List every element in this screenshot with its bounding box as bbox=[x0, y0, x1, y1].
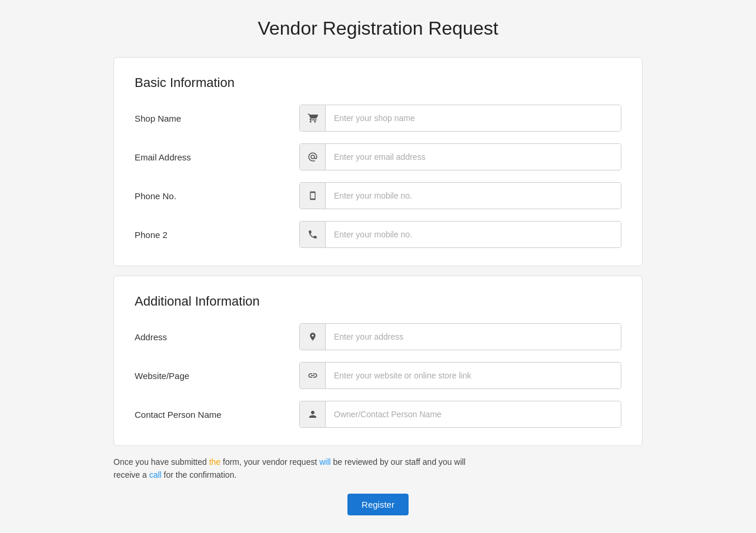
footer-note: Once you have submitted the form, your v… bbox=[113, 455, 643, 482]
page-title: Vendor Registration Request bbox=[12, 18, 744, 39]
phone-input[interactable] bbox=[326, 183, 621, 209]
phone2-row: Phone 2 bbox=[135, 221, 621, 248]
register-button[interactable]: Register bbox=[347, 494, 409, 515]
phone-icon bbox=[300, 222, 326, 247]
phone-row: Phone No. bbox=[135, 182, 621, 209]
shop-name-row: Shop Name bbox=[135, 105, 621, 132]
highlight-call: call bbox=[149, 470, 162, 480]
phone2-wrapper bbox=[299, 221, 621, 248]
additional-info-title: Additional Information bbox=[135, 294, 621, 309]
highlight-will: will bbox=[319, 457, 330, 467]
mobile-icon bbox=[300, 183, 326, 209]
basic-info-title: Basic Information bbox=[135, 75, 621, 90]
phone-label: Phone No. bbox=[135, 191, 299, 201]
person-icon bbox=[300, 401, 326, 427]
form-container: Basic Information Shop Name Email Addres… bbox=[113, 57, 643, 515]
basic-info-section: Basic Information Shop Name Email Addres… bbox=[113, 57, 643, 266]
at-icon bbox=[300, 144, 326, 170]
phone-wrapper bbox=[299, 182, 621, 209]
contact-person-label: Contact Person Name bbox=[135, 410, 299, 420]
shop-name-wrapper bbox=[299, 105, 621, 132]
phone2-input[interactable] bbox=[326, 222, 621, 247]
contact-person-row: Contact Person Name bbox=[135, 401, 621, 428]
website-label: Website/Page bbox=[135, 371, 299, 381]
phone2-label: Phone 2 bbox=[135, 230, 299, 240]
address-wrapper bbox=[299, 323, 621, 350]
email-wrapper bbox=[299, 143, 621, 170]
address-row: Address bbox=[135, 323, 621, 350]
contact-person-input[interactable] bbox=[326, 401, 621, 427]
shop-name-input[interactable] bbox=[326, 105, 621, 131]
email-input[interactable] bbox=[326, 144, 621, 170]
contact-person-wrapper bbox=[299, 401, 621, 428]
email-row: Email Address bbox=[135, 143, 621, 170]
btn-container: Register bbox=[113, 494, 643, 515]
shop-name-label: Shop Name bbox=[135, 113, 299, 123]
website-row: Website/Page bbox=[135, 362, 621, 389]
link-icon bbox=[300, 363, 326, 388]
email-label: Email Address bbox=[135, 152, 299, 162]
website-input[interactable] bbox=[326, 363, 621, 388]
website-wrapper bbox=[299, 362, 621, 389]
address-label: Address bbox=[135, 332, 299, 342]
address-input[interactable] bbox=[326, 324, 621, 350]
additional-info-section: Additional Information Address Website/P… bbox=[113, 276, 643, 446]
highlight-the: the bbox=[209, 457, 220, 467]
cart-icon bbox=[300, 105, 326, 131]
pin-icon bbox=[300, 324, 326, 350]
